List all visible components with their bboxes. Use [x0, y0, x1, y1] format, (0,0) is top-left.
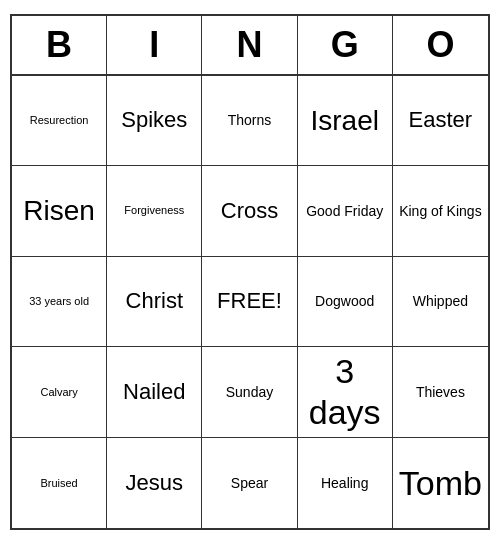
bingo-cell: Jesus — [107, 438, 202, 529]
bingo-cell: Healing — [298, 438, 393, 529]
cell-text: 3 days — [302, 351, 388, 433]
cell-text: Thorns — [228, 112, 272, 129]
cell-text: Dogwood — [315, 293, 374, 310]
cell-text: Nailed — [123, 379, 185, 405]
cell-text: Easter — [409, 107, 473, 133]
bingo-cell: Risen — [12, 166, 107, 257]
bingo-cell: Cross — [202, 166, 297, 257]
cell-text: Thieves — [416, 384, 465, 401]
cell-text: Risen — [23, 194, 95, 228]
bingo-cell: Dogwood — [298, 257, 393, 348]
cell-text: Cross — [221, 198, 278, 224]
bingo-cell: Whipped — [393, 257, 488, 348]
bingo-cell: Sunday — [202, 347, 297, 438]
cell-text: Forgiveness — [124, 204, 184, 217]
bingo-cell: King of Kings — [393, 166, 488, 257]
header-letter: B — [12, 16, 107, 74]
bingo-cell: Spikes — [107, 76, 202, 167]
cell-text: Resurection — [30, 114, 89, 127]
cell-text: FREE! — [217, 288, 282, 314]
cell-text: Jesus — [126, 470, 183, 496]
cell-text: Whipped — [413, 293, 468, 310]
bingo-cell: Calvary — [12, 347, 107, 438]
cell-text: Sunday — [226, 384, 273, 401]
cell-text: Healing — [321, 475, 368, 492]
cell-text: Spear — [231, 475, 268, 492]
bingo-cell: Thorns — [202, 76, 297, 167]
header-letter: G — [298, 16, 393, 74]
bingo-cell: Tomb — [393, 438, 488, 529]
bingo-cell: 3 days — [298, 347, 393, 438]
cell-text: Tomb — [399, 463, 482, 504]
bingo-cell: Spear — [202, 438, 297, 529]
bingo-card: BINGO ResurectionSpikesThornsIsraelEaste… — [10, 14, 490, 531]
header-letter: O — [393, 16, 488, 74]
bingo-header: BINGO — [12, 16, 488, 76]
cell-text: 33 years old — [29, 295, 89, 308]
header-letter: N — [202, 16, 297, 74]
bingo-cell: Bruised — [12, 438, 107, 529]
header-letter: I — [107, 16, 202, 74]
cell-text: Spikes — [121, 107, 187, 133]
cell-text: Good Friday — [306, 203, 383, 220]
bingo-cell: Christ — [107, 257, 202, 348]
bingo-cell: Good Friday — [298, 166, 393, 257]
bingo-cell: 33 years old — [12, 257, 107, 348]
bingo-grid: ResurectionSpikesThornsIsraelEasterRisen… — [12, 76, 488, 529]
bingo-cell: Resurection — [12, 76, 107, 167]
bingo-cell: Nailed — [107, 347, 202, 438]
bingo-cell: Thieves — [393, 347, 488, 438]
bingo-cell: Israel — [298, 76, 393, 167]
cell-text: Bruised — [40, 477, 77, 490]
cell-text: Calvary — [40, 386, 77, 399]
bingo-cell: Easter — [393, 76, 488, 167]
cell-text: Christ — [126, 288, 183, 314]
cell-text: King of Kings — [399, 203, 482, 220]
bingo-cell: FREE! — [202, 257, 297, 348]
cell-text: Israel — [310, 104, 378, 138]
bingo-cell: Forgiveness — [107, 166, 202, 257]
